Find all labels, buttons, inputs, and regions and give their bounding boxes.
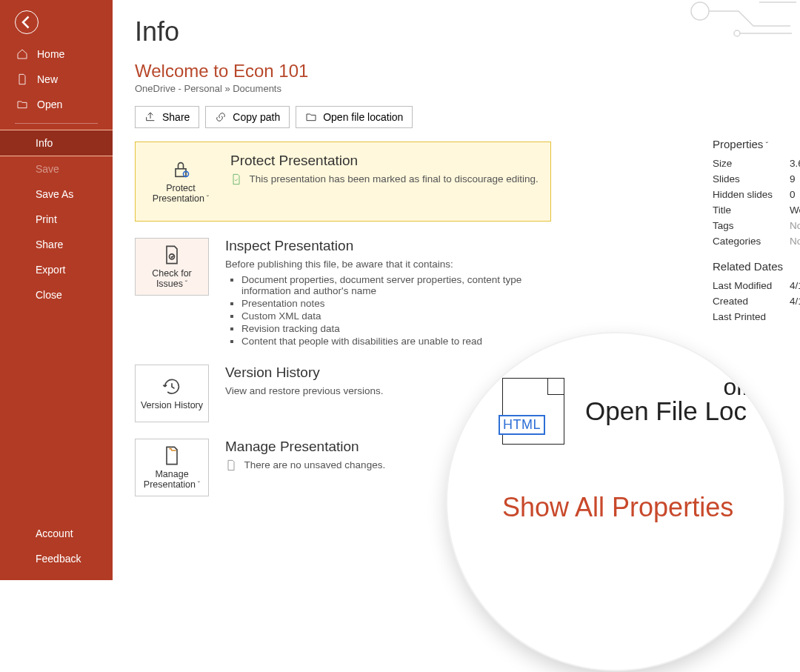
- list-item: Content that people with disabilities ar…: [241, 336, 544, 347]
- sidebar-item-share[interactable]: Share: [0, 232, 113, 257]
- button-label: Manage Presentation: [140, 469, 204, 490]
- sidebar-item-feedback[interactable]: Feedback: [0, 546, 113, 571]
- sidebar-item-account[interactable]: Account: [0, 521, 113, 546]
- protect-section: Protect Presentation Protect Presentatio…: [135, 142, 551, 222]
- prop-label: Tags: [713, 220, 790, 231]
- html-file-icon: HTML: [502, 378, 564, 445]
- share-icon: [144, 111, 156, 123]
- magnifier-overlay: olfe HTML Open File Loc Show All Propert…: [447, 333, 784, 670]
- history-icon: [161, 376, 182, 397]
- sidebar-item-export[interactable]: Export: [0, 257, 113, 282]
- open-location-button[interactable]: Open file location: [296, 106, 413, 128]
- prop-value: 0: [790, 189, 796, 200]
- sidebar-label: Open: [37, 99, 62, 110]
- html-badge: HTML: [499, 415, 545, 435]
- prop-label: Created: [713, 296, 790, 307]
- new-icon: [16, 73, 28, 85]
- breadcrumb: OneDrive - Personal » Documents: [135, 83, 787, 94]
- svg-point-1: [734, 30, 740, 36]
- button-label: Open file location: [323, 111, 403, 123]
- sidebar-label: Share: [36, 239, 63, 250]
- manage-presentation-button[interactable]: Manage Presentation: [135, 439, 209, 496]
- version-history-button[interactable]: Version History: [135, 365, 209, 422]
- open-icon: [16, 99, 28, 110]
- sidebar-label: Save As: [36, 188, 73, 200]
- svg-point-4: [170, 254, 175, 259]
- prop-label: Hidden slides: [713, 189, 790, 200]
- button-label: Share: [162, 111, 190, 123]
- button-label: Copy path: [233, 111, 280, 123]
- sidebar-label: Close: [36, 289, 62, 301]
- document-title: Welcome to Econ 101: [135, 61, 787, 81]
- sidebar-item-info[interactable]: Info: [0, 130, 113, 156]
- decorative-circuit: [670, 0, 800, 48]
- sidebar-label: Home: [37, 48, 64, 60]
- prop-value[interactable]: None: [790, 220, 800, 231]
- section-text: This presentation has been marked as fin…: [230, 173, 539, 185]
- section-title: Protect Presentation: [230, 153, 539, 169]
- related-dates-header: Related Dates: [713, 260, 800, 273]
- prop-label: Last Printed: [713, 311, 790, 322]
- share-button[interactable]: Share: [135, 106, 199, 128]
- check-doc-icon: [230, 173, 242, 185]
- protect-presentation-button[interactable]: Protect Presentation: [147, 153, 214, 210]
- sidebar-label: Save: [36, 163, 59, 175]
- divider: [15, 123, 98, 124]
- inspect-section: Check for Issues Inspect Presentation Be…: [135, 238, 787, 348]
- link-icon: [215, 111, 227, 123]
- prop-label: Categories: [713, 236, 790, 247]
- manage-icon: [161, 445, 182, 466]
- sidebar-label: Export: [36, 264, 65, 276]
- list-item: Custom XML data: [241, 310, 544, 322]
- sidebar-item-new[interactable]: New: [0, 67, 113, 92]
- inspect-icon: [161, 244, 182, 265]
- button-label: Version History: [141, 400, 203, 410]
- prop-value: Welcome to Econ 101: [790, 204, 800, 216]
- svg-point-0: [691, 2, 709, 20]
- prop-value: 4/16/2021 1:33 PM: [790, 280, 800, 291]
- button-label: Check for Issues: [140, 268, 204, 289]
- file-action-row: Share Copy path Open file location: [135, 106, 787, 128]
- sidebar-item-save: Save: [0, 156, 113, 182]
- open-file-location-label[interactable]: Open File Loc: [585, 396, 747, 426]
- sidebar-item-print[interactable]: Print: [0, 207, 113, 232]
- prop-value[interactable]: None: [790, 236, 800, 247]
- sidebar-item-saveas[interactable]: Save As: [0, 182, 113, 207]
- sidebar-item-open[interactable]: Open: [0, 92, 113, 117]
- home-icon: [16, 48, 28, 60]
- section-title: Inspect Presentation: [225, 238, 544, 254]
- prop-value: 4/16/2021 1:10 PM: [790, 296, 800, 307]
- list-item: Document properties, document server pro…: [241, 274, 544, 296]
- inspect-list: Document properties, document server pro…: [241, 274, 544, 347]
- sidebar-label: New: [37, 73, 58, 85]
- doc-icon: [225, 459, 237, 471]
- sidebar-item-close[interactable]: Close: [0, 282, 113, 307]
- back-button[interactable]: [15, 10, 39, 34]
- sidebar-item-home[interactable]: Home: [0, 41, 113, 67]
- properties-header[interactable]: Properties: [713, 138, 800, 150]
- sidebar-label: Print: [36, 213, 57, 225]
- prop-label: Slides: [713, 173, 790, 184]
- list-item: Revision tracking data: [241, 323, 544, 334]
- lock-icon: [170, 159, 191, 180]
- show-all-properties-link[interactable]: Show All Properties: [502, 492, 784, 523]
- list-item: Presentation notes: [241, 298, 544, 309]
- prop-value: 3.64MB: [790, 158, 800, 169]
- prop-label: Last Modified: [713, 280, 790, 291]
- prop-label: Size: [713, 158, 790, 169]
- properties-panel: Properties Size3.64MB Slides9 Hidden sli…: [713, 138, 800, 327]
- sidebar-label: Feedback: [36, 553, 81, 565]
- prop-label: Title: [713, 204, 790, 216]
- sidebar-label: Info: [36, 137, 53, 149]
- section-intro: Before publishing this file, be aware th…: [225, 259, 544, 270]
- folder-icon: [305, 111, 317, 123]
- backstage-sidebar: Home New Open Info Save Save As Print Sh…: [0, 0, 113, 580]
- prop-value: 9: [790, 173, 796, 184]
- copy-path-button[interactable]: Copy path: [205, 106, 290, 128]
- check-issues-button[interactable]: Check for Issues: [135, 238, 209, 296]
- sidebar-label: Account: [36, 528, 73, 539]
- button-label: Protect Presentation: [152, 183, 210, 204]
